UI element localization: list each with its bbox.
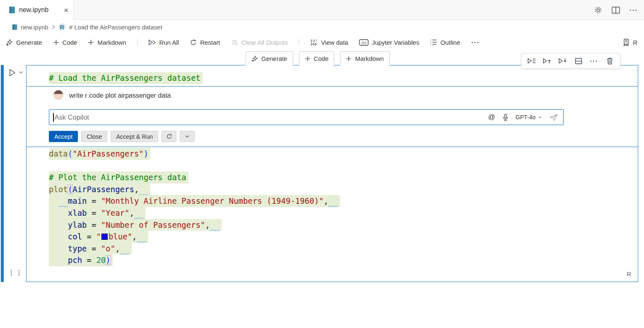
chat-buttons: Accept Close Accept & Run: [49, 131, 195, 142]
refresh-icon: [166, 133, 172, 140]
add-code-button[interactable]: Code: [53, 39, 77, 46]
code-line[interactable]: ylab = "Number of Passengers",: [49, 219, 340, 231]
split-editor-icon[interactable]: [612, 7, 620, 14]
generate-label: Generate: [16, 39, 42, 46]
execute-cell-and-below-icon[interactable]: [526, 55, 537, 66]
more-actions-icon[interactable]: ⋯: [629, 5, 638, 15]
code-line[interactable]: type = "o",: [49, 243, 340, 255]
plus-icon: [346, 56, 352, 62]
code-line[interactable]: plot(AirPassengers,: [49, 183, 340, 195]
execute-cell-and-below-cells-icon[interactable]: [557, 55, 568, 66]
add-markdown-label: Markdown: [97, 39, 126, 46]
view-data-button[interactable]: View data: [310, 39, 348, 46]
add-markdown-button[interactable]: Markdown: [88, 39, 126, 46]
input-actions: @ GPT-4o: [488, 113, 563, 121]
insert-code-label: Code: [314, 55, 329, 62]
chevron-down-icon: [185, 135, 190, 138]
cell-code-editor[interactable]: data("AirPassengers") # Plot the AirPass…: [49, 148, 340, 266]
split-cell-icon[interactable]: [573, 55, 584, 66]
svg-text:(x): (x): [362, 40, 367, 45]
copilot-input[interactable]: Ask Copilot @ GPT-4o: [49, 109, 564, 125]
notebook-cell[interactable]: # Load the AirPassengers dataset write r…: [26, 65, 638, 282]
tab-bar: new.ipynb × ⋯: [0, 0, 644, 20]
toolbar-more-icon[interactable]: ⋯: [471, 37, 480, 47]
tab-new-ipynb[interactable]: new.ipynb ×: [0, 0, 74, 20]
code-line[interactable]: main = "Monthly Airline Passenger Number…: [49, 195, 340, 207]
chat-top-divider: [27, 86, 638, 87]
more-options-dropdown[interactable]: [180, 131, 195, 142]
outline-icon: [430, 39, 437, 46]
execution-count: [ ]: [10, 269, 21, 277]
tab-title: new.ipynb: [19, 6, 48, 14]
run-all-icon: [148, 39, 156, 46]
execute-above-cells-icon[interactable]: [542, 55, 552, 66]
model-picker[interactable]: GPT-4o: [516, 114, 542, 121]
insert-generate-label: Generate: [261, 55, 287, 62]
chevron-down-icon: [538, 116, 542, 119]
accept-button[interactable]: Accept: [49, 131, 78, 142]
cell-insert-toolbar: Generate Code Markdown: [246, 51, 390, 65]
run-cell-button[interactable]: [7, 68, 23, 77]
run-all-label: Run All: [159, 39, 179, 46]
insert-code-button[interactable]: Code: [299, 51, 335, 65]
regenerate-button[interactable]: [162, 131, 176, 142]
copilot-input-placeholder: Ask Copilot: [55, 113, 488, 121]
restart-icon: [190, 39, 197, 46]
chat-user-prompt: write r code plot airpassenger data: [69, 92, 171, 99]
insert-generate-button[interactable]: Generate: [246, 51, 293, 65]
text-cursor: [53, 113, 54, 122]
kernel-picker[interactable]: R: [622, 34, 637, 51]
jupyter-variables-button[interactable]: (x) Jupyter Variables: [359, 39, 420, 46]
chevron-down-icon: [19, 71, 23, 74]
code-line[interactable]: # Plot the AirPassengers data: [49, 171, 340, 183]
restart-label: Restart: [200, 39, 220, 46]
r-language-icon: R: [58, 23, 66, 31]
settings-gear-icon[interactable]: [594, 6, 603, 14]
model-label: GPT-4o: [516, 114, 535, 121]
code-line[interactable]: # Load the AirPassengers dataset: [49, 72, 203, 84]
clear-outputs-icon: [231, 39, 238, 46]
clear-outputs-label: Clear All Outputs: [241, 39, 288, 46]
code-line[interactable]: pch = 20): [49, 254, 340, 266]
insert-markdown-button[interactable]: Markdown: [340, 51, 389, 65]
breadcrumb-cell[interactable]: # Load the AirPassengers dataset: [69, 24, 162, 31]
code-line[interactable]: [49, 160, 340, 172]
chat-bottom-divider: [27, 147, 638, 147]
code-line[interactable]: col = "blue",: [49, 231, 340, 243]
notebook-icon: [12, 24, 17, 30]
cell-action-toolbar: ⋯: [521, 53, 620, 69]
outline-button[interactable]: Outline: [430, 39, 460, 46]
delete-cell-icon[interactable]: [604, 55, 615, 66]
clear-all-outputs-button[interactable]: Clear All Outputs: [231, 39, 288, 46]
breadcrumb: new.ipynb R # Load the AirPassengers dat…: [0, 20, 644, 34]
accept-and-run-button[interactable]: Accept & Run: [111, 131, 158, 142]
close-button[interactable]: Close: [81, 131, 107, 142]
mention-icon[interactable]: @: [488, 113, 495, 121]
breadcrumb-file[interactable]: new.ipynb: [21, 24, 48, 31]
sparkle-icon: [251, 55, 258, 62]
tab-close-icon[interactable]: ×: [64, 6, 68, 14]
view-data-label: View data: [321, 39, 348, 46]
code-line[interactable]: xlab = "Year",: [49, 207, 340, 219]
plus-icon: [305, 56, 311, 62]
restart-button[interactable]: Restart: [190, 39, 220, 46]
kernel-icon: [622, 39, 630, 46]
chevron-right-icon: [52, 24, 55, 29]
microphone-icon[interactable]: [502, 113, 509, 121]
variables-icon: (x): [359, 39, 369, 46]
outline-label: Outline: [440, 39, 460, 46]
run-all-button[interactable]: Run All: [148, 39, 179, 46]
cell-focus-bar: [1, 65, 4, 282]
notebook-toolbar: Generate Code Markdown Run All Restart C…: [0, 34, 644, 51]
plus-icon: [88, 39, 94, 46]
editor-actions: ⋯: [594, 0, 638, 20]
generate-button[interactable]: Generate: [6, 39, 42, 46]
cell-more-actions-icon[interactable]: ⋯: [589, 55, 600, 66]
send-icon[interactable]: [549, 113, 558, 121]
kernel-label: R: [633, 39, 637, 46]
table-data-icon: [310, 39, 318, 46]
sparkle-icon: [6, 39, 13, 46]
cell-language-label[interactable]: R: [627, 270, 631, 277]
color-swatch-blue: [101, 234, 108, 240]
code-line[interactable]: data("AirPassengers"): [49, 148, 340, 160]
